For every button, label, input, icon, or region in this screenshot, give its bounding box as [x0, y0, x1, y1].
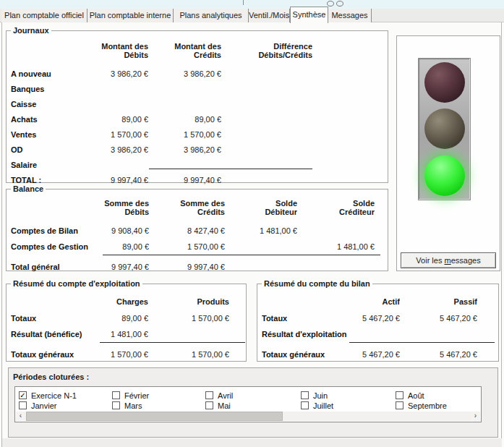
row-label: Totaux généraux	[262, 342, 349, 362]
periodes-label: Périodes cloturées :	[13, 372, 89, 381]
total-rule	[103, 255, 380, 255]
credit-total: 9 997,40 €	[148, 172, 221, 187]
checkbox[interactable]	[205, 391, 213, 399]
row-label: Achats	[11, 111, 90, 127]
button-label: essages	[451, 256, 481, 265]
column-header: DifférenceDébits/Crédits	[221, 37, 312, 66]
column-header: Somme desCrédits	[149, 194, 225, 223]
credit-value: 1 570,00 €	[148, 127, 221, 142]
toolbar-fragment	[243, 0, 244, 5]
checkbox[interactable]: ✓	[19, 391, 27, 399]
tab-plans-analytiques[interactable]: Plans analytiques	[174, 9, 249, 22]
balance-header-row: Somme desDébits Somme desCrédits SoldeDé…	[11, 194, 375, 223]
messages-panel: Voir les messages	[396, 35, 500, 271]
table-row: Totaux 89,00 € 1 570,00 €	[11, 310, 229, 326]
checkbox-label: Juin	[313, 391, 328, 400]
bilan-groupbox: Résumé du compte du bilan Actif Passif T…	[257, 284, 499, 362]
button-mnemonic: m	[444, 256, 450, 265]
table-row: Banques	[11, 81, 312, 96]
journaux-legend: Journaux	[11, 26, 51, 35]
voir-les-messages-button[interactable]: Voir les messages	[401, 252, 496, 268]
row-label: Comptes de Bilan	[11, 223, 96, 239]
debit-total: 9 997,40 €	[90, 172, 148, 187]
button-label: Voir les	[416, 256, 444, 265]
checkbox-label: Août	[408, 391, 424, 400]
scroll-left-arrow-icon[interactable]: ‹	[16, 412, 25, 421]
periodes-groupbox: Périodes cloturées : ✓ Exercice N-1 Janv…	[8, 367, 498, 438]
journaux-groupbox: Journaux Montant desDébits Montant desCr…	[6, 30, 388, 183]
tab-messages[interactable]: Messages	[328, 9, 372, 22]
table-row: Résultat (bénéfice) 1 481,00 €	[11, 326, 229, 342]
row-label: Banques	[11, 81, 90, 96]
tab-synthese[interactable]: Synthèse	[290, 7, 328, 23]
checkbox[interactable]	[112, 391, 120, 399]
debit-value: 3 986,20 €	[90, 66, 148, 81]
column-header: Charges	[90, 294, 148, 310]
column-header: SoldeDébiteur	[225, 194, 297, 223]
yellow-light-icon	[424, 108, 465, 149]
horizontal-scrollbar[interactable]: ‹ ›	[16, 412, 480, 421]
tab-plan-comptable-interne[interactable]: Plan comptable interne	[87, 9, 174, 22]
checkbox-label: Avril	[218, 391, 233, 400]
row-label: Ventes	[11, 127, 90, 142]
column-header: Passif	[400, 294, 477, 310]
checkbox[interactable]	[301, 391, 309, 399]
tab-strip: Plan comptable officiel Plan comptable i…	[1, 9, 372, 22]
exploitation-groupbox: Résumé du compte d'exploitation Charges …	[6, 284, 247, 362]
scroll-right-arrow-icon[interactable]: ›	[471, 412, 480, 421]
row-label: Totaux	[262, 310, 349, 326]
checkbox-label: Septembre	[408, 401, 447, 410]
checkbox[interactable]	[205, 401, 213, 409]
checkbox-label: Mars	[124, 401, 142, 410]
synthese-tab-page: Plan comptable officiel Plan comptable i…	[0, 0, 504, 447]
column-header: Produits	[148, 294, 229, 310]
table-row: Ventes 1 570,00 € 1 570,00 €	[11, 127, 312, 142]
toolbar-fragment	[327, 1, 334, 7]
row-label: Résultat d'exploitation	[262, 326, 349, 342]
column-header: Actif	[349, 294, 400, 310]
checkbox[interactable]	[396, 401, 403, 409]
scrollbar-thumb[interactable]	[26, 412, 283, 421]
checkbox[interactable]	[301, 401, 309, 409]
tab-plan-comptable-officiel[interactable]: Plan comptable officiel	[1, 9, 87, 22]
row-label: OD	[11, 142, 90, 157]
table-row: Comptes de Gestion 89,00 € 1 570,00 € 1 …	[11, 239, 375, 255]
column-header: Montant desCrédits	[148, 37, 221, 66]
table-row: A nouveau 3 986,20 € 3 986,20 €	[11, 66, 312, 81]
row-label: Caisse	[11, 96, 90, 111]
table-row: Comptes de Bilan 9 908,40 € 8 427,40 € 1…	[11, 223, 375, 239]
table-row: Achats 89,00 € 89,00 €	[11, 111, 312, 127]
diff-value	[221, 66, 312, 81]
debit-value: 89,00 €	[90, 111, 148, 127]
total-rule	[100, 342, 245, 343]
credit-value: 3 986,20 €	[148, 66, 221, 81]
row-label: Totaux	[11, 310, 90, 326]
checkbox-label: Janvier	[31, 401, 56, 410]
green-light-icon	[424, 156, 465, 196]
balance-legend: Balance	[11, 184, 46, 193]
column-header: SoldeCréditeur	[297, 194, 375, 223]
total-rule	[349, 342, 495, 343]
bilan-table: Actif Passif Totaux 5 467,20 € 5 467,20 …	[262, 294, 477, 362]
row-label: Total général	[11, 255, 96, 275]
checkbox[interactable]	[19, 401, 27, 409]
balance-groupbox: Balance Somme desDébits Somme desCrédits…	[6, 189, 388, 271]
row-label: Résultat (bénéfice)	[11, 326, 90, 342]
journaux-table: Montant desDébits Montant desCrédits Dif…	[11, 37, 312, 187]
red-light-icon	[424, 62, 465, 103]
tab-ventil-mois[interactable]: Ventil./Mois	[249, 9, 290, 22]
row-label: Comptes de Gestion	[11, 239, 96, 255]
table-row: Caisse	[11, 96, 312, 111]
column-header: Montant desDébits	[90, 37, 148, 66]
table-row: OD 3 986,20 € 3 986,20 €	[11, 142, 312, 157]
checkbox-label: Juillet	[313, 401, 333, 410]
exploitation-table: Charges Produits Totaux 89,00 € 1 570,00…	[11, 294, 229, 362]
checkbox[interactable]	[112, 401, 120, 409]
debit-value: 3 986,20 €	[90, 142, 148, 157]
row-label: Totaux généraux	[11, 342, 90, 362]
row-label: Salaire	[11, 157, 90, 172]
journaux-header-row: Montant desDébits Montant desCrédits Dif…	[11, 37, 312, 66]
credit-value: 89,00 €	[148, 111, 221, 127]
checkbox[interactable]	[396, 391, 403, 399]
table-row: Salaire	[11, 157, 312, 172]
